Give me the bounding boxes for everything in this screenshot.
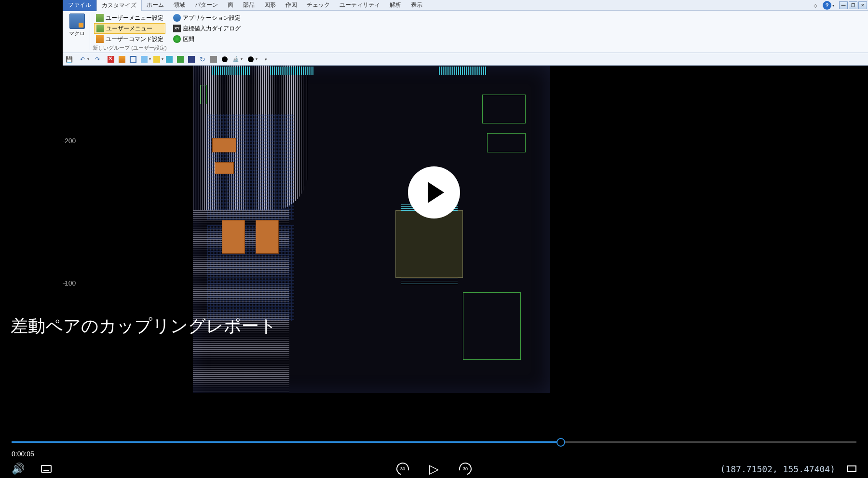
tool-highlight[interactable] <box>139 54 149 65</box>
design-canvas[interactable]: 200 100 <box>63 66 868 393</box>
user-command-settings-button[interactable]: ユーザーコマンド設定 <box>94 34 165 44</box>
connector <box>270 67 313 75</box>
menu-surface[interactable]: 面 <box>223 0 238 11</box>
menu-draw[interactable]: 作図 <box>281 0 302 11</box>
undo-button[interactable]: ↶ <box>77 54 88 65</box>
point2-icon <box>248 56 254 62</box>
component-outline <box>487 133 526 152</box>
progress-handle[interactable] <box>556 438 565 447</box>
note-dropdown-icon[interactable]: ▾ <box>162 57 163 61</box>
controls-left: 🔊 <box>12 463 52 475</box>
undo-dropdown-icon[interactable]: ▾ <box>87 57 89 61</box>
titlebar-right: ◇ ? ▾ — ❐ ✕ <box>812 0 867 11</box>
skip-back-button[interactable]: 30 <box>395 462 410 476</box>
coordinate-readout: (187.71502, 155.47404) <box>720 464 835 474</box>
ribbon-separator <box>90 14 90 50</box>
toolbar-customize[interactable]: ▾ <box>260 54 271 65</box>
close-button[interactable]: ✕ <box>858 1 867 9</box>
tool-microscope[interactable]: 🔬 <box>231 54 241 65</box>
menu-utility[interactable]: ユーティリティ <box>335 0 385 11</box>
tool-note[interactable] <box>151 54 162 65</box>
point1-icon <box>222 56 228 62</box>
component <box>256 220 279 254</box>
ribbon-group-macro: マクロ <box>65 12 89 52</box>
connector <box>439 67 487 75</box>
tool-view[interactable] <box>164 54 175 65</box>
controls-center: 30 ▷ 30 <box>395 462 473 477</box>
video-title: 差動ペアのカップリングレポート <box>11 314 277 338</box>
menu-home[interactable]: ホーム <box>142 0 169 11</box>
panel-icon <box>188 56 195 63</box>
component-outline <box>200 85 207 104</box>
view-icon <box>166 56 173 63</box>
customize-icon: ▾ <box>265 57 267 62</box>
volume-icon[interactable]: 🔊 <box>12 463 25 475</box>
coord-dialog-icon: XY <box>173 25 181 32</box>
menu-area[interactable]: 領域 <box>169 0 190 11</box>
maximize-button[interactable]: ❐ <box>849 1 857 9</box>
section-button[interactable]: 区間 <box>171 34 243 44</box>
menu-file[interactable]: ファイル <box>63 0 96 11</box>
redo-button[interactable]: ↷ <box>92 54 103 65</box>
layer-icon <box>119 56 125 63</box>
application-settings-button[interactable]: アプリケーション設定 <box>171 13 243 23</box>
play-icon <box>428 182 444 203</box>
component <box>222 220 245 254</box>
highlight-icon <box>141 56 148 63</box>
component-outline <box>463 292 521 360</box>
menu-bar: ファイル カスタマイズ ホーム 領域 パターン 面 部品 図形 作図 チェック … <box>63 0 868 11</box>
quick-access-toolbar: 💾 ↶ ▾ ↷ ▾ ▾ ↻ 🔬 ▾ ▾ ▾ <box>63 53 868 66</box>
misc-icon <box>210 56 217 63</box>
highlight-dropdown-icon[interactable]: ▾ <box>149 57 151 61</box>
play-control-icon[interactable]: ▷ <box>429 462 439 477</box>
tool-delete[interactable] <box>106 54 116 65</box>
current-time: 0:00:05 <box>12 450 34 458</box>
tool-panel[interactable] <box>186 54 197 65</box>
ruler-mark <box>63 141 67 141</box>
user-menu-button[interactable]: ユーザーメニュー <box>94 23 165 34</box>
progress-bar[interactable] <box>12 441 856 443</box>
menu-parts[interactable]: 部品 <box>238 0 259 11</box>
play-button[interactable] <box>408 166 460 219</box>
coord-dialog-button[interactable]: XY 座標値入力ダイアログ <box>171 23 243 34</box>
minimize-button[interactable]: — <box>839 1 848 9</box>
menu-display[interactable]: 表示 <box>406 0 427 11</box>
macro-label: マクロ <box>69 30 85 37</box>
tool-layer[interactable] <box>117 54 127 65</box>
tool-point2[interactable] <box>245 54 256 65</box>
save-button[interactable]: 💾 <box>64 54 74 65</box>
menu-pattern[interactable]: パターン <box>190 0 223 11</box>
progress-fill <box>12 441 561 443</box>
connector <box>212 67 251 75</box>
help-icon[interactable]: ? <box>823 1 831 10</box>
component <box>212 138 236 152</box>
controls-right: (187.71502, 155.47404) <box>720 464 856 474</box>
menu-customize[interactable]: カスタマイズ <box>96 0 142 11</box>
point2-dropdown-icon[interactable]: ▾ <box>256 57 258 61</box>
help-dropdown-icon[interactable]: ▾ <box>832 3 834 8</box>
component <box>215 162 234 174</box>
delete-icon <box>108 56 114 63</box>
menu-shape[interactable]: 図形 <box>259 0 281 11</box>
skip-back-value: 30 <box>400 466 405 471</box>
microscope-dropdown-icon[interactable]: ▾ <box>241 57 243 61</box>
application-settings-icon <box>173 14 181 22</box>
section-icon <box>173 35 181 43</box>
component-outline <box>482 95 526 123</box>
tool-point1[interactable] <box>219 54 230 65</box>
user-menu-settings-button[interactable]: ユーザーメニュー設定 <box>94 13 165 23</box>
menu-check[interactable]: チェック <box>302 0 335 11</box>
ribbon-collapse-icon[interactable]: ◇ <box>812 2 819 9</box>
control-row: 🔊 30 ▷ 30 (187.71502, 155.47404) <box>0 463 868 475</box>
tool-refresh[interactable]: ↻ <box>197 54 208 65</box>
tool-select[interactable] <box>128 54 138 65</box>
macro-button[interactable]: マクロ <box>68 13 86 38</box>
subtitle-icon[interactable] <box>41 465 52 473</box>
skip-forward-button[interactable]: 30 <box>458 462 473 476</box>
macro-icon <box>69 14 85 29</box>
tool-misc[interactable] <box>208 54 219 65</box>
tool-cns[interactable] <box>175 54 186 65</box>
menu-analysis[interactable]: 解析 <box>385 0 406 11</box>
fullscreen-icon[interactable] <box>847 465 856 472</box>
skip-forward-value: 30 <box>463 466 468 471</box>
